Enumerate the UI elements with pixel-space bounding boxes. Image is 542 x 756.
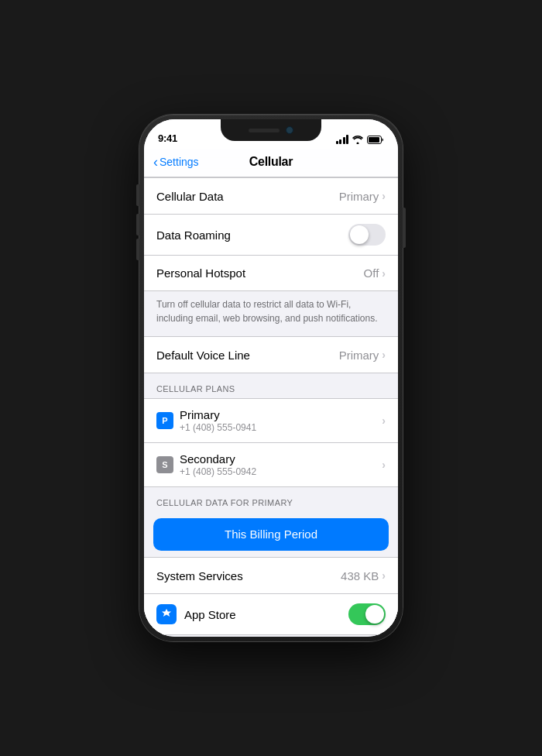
- back-label: Settings: [160, 156, 199, 168]
- cellular-plans-header: CELLULAR PLANS: [144, 373, 398, 398]
- phone-screen: 9:41: [144, 119, 398, 637]
- status-time: 9:41: [158, 132, 177, 144]
- secondary-plan-number: +1 (408) 555-0942: [180, 466, 382, 477]
- cellular-plans-section: P Primary +1 (408) 555-0941 › S Secondar…: [144, 398, 398, 487]
- primary-plan-chevron-icon: ›: [382, 414, 386, 427]
- data-roaming-label: Data Roaming: [156, 229, 348, 242]
- data-roaming-toggle[interactable]: [348, 224, 386, 246]
- main-list-section: Cellular Data Primary › Data Roaming Per…: [144, 177, 398, 291]
- status-icons: [336, 135, 385, 144]
- back-button[interactable]: ‹ Settings: [153, 155, 199, 169]
- screen-content: 9:41: [144, 119, 398, 637]
- notch-camera: [286, 126, 293, 134]
- phone-frame: 9:41: [139, 115, 403, 641]
- personal-hotspot-chevron-icon: ›: [382, 267, 386, 280]
- app-store-toggle-thumb: [365, 605, 384, 624]
- cellular-data-label: Cellular Data: [156, 190, 339, 203]
- secondary-plan-row[interactable]: S Secondary +1 (408) 555-0942 ›: [144, 442, 398, 486]
- data-services-section: System Services 438 KB › App Store: [144, 557, 398, 635]
- primary-plan-number: +1 (408) 555-0941: [180, 422, 382, 433]
- notch: [221, 119, 321, 141]
- data-roaming-row[interactable]: Data Roaming: [144, 214, 398, 255]
- secondary-plan-badge: S: [156, 456, 173, 473]
- system-services-value: 438 KB: [341, 569, 379, 582]
- billing-period-button[interactable]: This Billing Period: [153, 518, 389, 551]
- nav-bar: ‹ Settings Cellular: [144, 149, 398, 177]
- info-text: Turn off cellular data to restrict all d…: [156, 297, 386, 325]
- secondary-plan-info: Secondary +1 (408) 555-0942: [180, 452, 382, 477]
- cellular-data-chevron-icon: ›: [382, 190, 386, 202]
- app-store-label: App Store: [184, 608, 348, 621]
- personal-hotspot-row[interactable]: Personal Hotspot Off ›: [144, 255, 398, 290]
- app-store-toggle[interactable]: [348, 603, 386, 625]
- primary-plan-name: Primary: [180, 408, 382, 421]
- toggle-thumb: [350, 225, 369, 244]
- system-services-row[interactable]: System Services 438 KB ›: [144, 558, 398, 593]
- default-voice-label: Default Voice Line: [156, 349, 339, 362]
- primary-plan-row[interactable]: P Primary +1 (408) 555-0941 ›: [144, 399, 398, 442]
- secondary-plan-chevron-icon: ›: [382, 459, 386, 471]
- app-store-icon: [156, 604, 177, 624]
- primary-plan-info: Primary +1 (408) 555-0941: [180, 408, 382, 433]
- page-title: Cellular: [249, 155, 293, 169]
- system-services-chevron-icon: ›: [382, 569, 386, 582]
- default-voice-chevron-icon: ›: [382, 349, 386, 361]
- system-services-label: System Services: [156, 569, 341, 582]
- default-voice-section: Default Voice Line Primary ›: [144, 336, 398, 373]
- billing-period-label: This Billing Period: [225, 527, 317, 541]
- signal-bars-icon: [336, 135, 349, 144]
- wifi-icon: [352, 136, 363, 144]
- cellular-data-primary-header: CELLULAR DATA FOR PRIMARY: [144, 487, 398, 512]
- default-voice-row[interactable]: Default Voice Line Primary ›: [144, 337, 398, 373]
- battery-icon: [367, 136, 384, 144]
- cellular-data-value: Primary: [339, 190, 379, 203]
- info-text-section: Turn off cellular data to restrict all d…: [144, 291, 398, 336]
- svg-rect-1: [369, 137, 379, 143]
- personal-hotspot-label: Personal Hotspot: [156, 266, 364, 280]
- back-chevron-icon: ‹: [153, 155, 158, 169]
- default-voice-value: Primary: [339, 349, 379, 362]
- cellular-data-row[interactable]: Cellular Data Primary ›: [144, 178, 398, 214]
- secondary-plan-name: Secondary: [180, 452, 382, 466]
- app-store-row[interactable]: App Store: [144, 593, 398, 634]
- personal-hotspot-value: Off: [364, 266, 379, 280]
- primary-plan-badge: P: [156, 412, 173, 429]
- notch-speaker: [249, 129, 280, 132]
- main-settings-group: Cellular Data Primary › Data Roaming Per…: [144, 177, 398, 635]
